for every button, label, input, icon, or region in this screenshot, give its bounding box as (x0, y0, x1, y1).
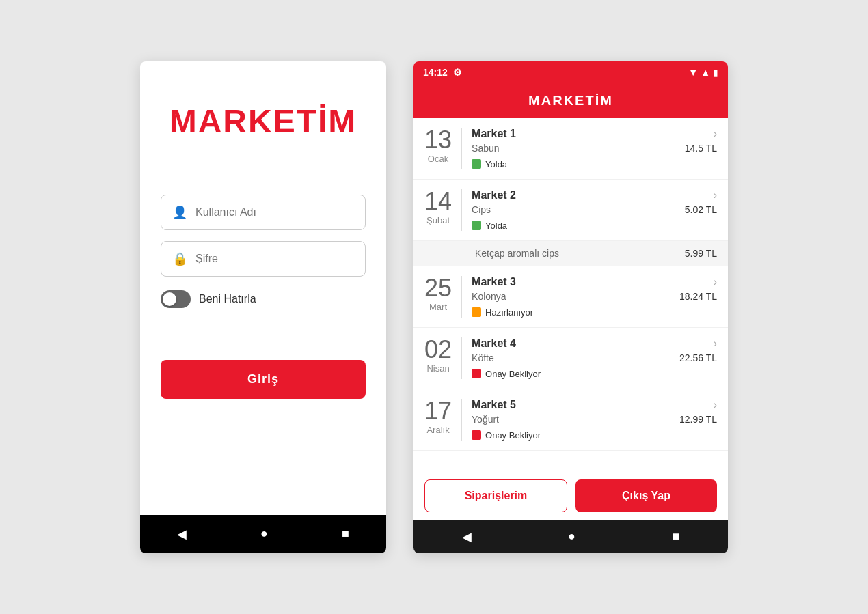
status-text-2: Yolda (485, 221, 507, 231)
user-icon: 👤 (172, 205, 187, 220)
date-month-5: Aralık (426, 425, 449, 435)
order-price-row-5: Yoğurt 12.99 TL (472, 414, 717, 425)
status-dot-5 (472, 430, 481, 440)
price-2: 5.02 TL (685, 204, 717, 215)
status-text-1: Yolda (485, 159, 507, 169)
home-icon[interactable]: ● (260, 527, 268, 541)
order-item-4[interactable]: 02 Nisan Market 4 › Köfte 22.56 TL Onay … (413, 328, 728, 389)
date-day-5: 17 (424, 399, 452, 423)
status-dot-2 (472, 221, 481, 230)
date-section-1: 13 Ocak (424, 128, 462, 169)
recent-icon[interactable]: ■ (342, 527, 349, 541)
password-input-wrapper[interactable]: 🔒 (161, 241, 366, 277)
order-item-2[interactable]: 14 Şubat Market 2 › Cips 5.02 TL Yolda (413, 180, 728, 241)
market-name-1: Market 1 (472, 128, 516, 140)
product-name-3: Kolonya (472, 291, 506, 302)
app-header-title: MARKETİM (528, 93, 613, 108)
price-4: 22.56 TL (679, 352, 717, 363)
order-item-5[interactable]: 17 Aralık Market 5 › Yoğurt 12.99 TL Ona… (413, 389, 728, 451)
order-details-2: Market 2 › Cips 5.02 TL Yolda (472, 189, 717, 231)
right-nav-bar: ◀ ● ■ (413, 520, 728, 553)
market-name-5: Market 5 (472, 399, 516, 411)
date-month-4: Nisan (426, 363, 449, 374)
status-dot-1 (472, 159, 481, 169)
sub-price-2: 5.99 TL (685, 248, 717, 259)
chevron-icon-2: › (714, 189, 717, 201)
order-price-row-4: Köfte 22.56 TL (472, 352, 717, 363)
status-text-4: Onay Bekliyor (485, 369, 541, 379)
login-button[interactable]: Giriş (161, 360, 366, 399)
date-section-5: 17 Aralık (424, 399, 462, 441)
sub-product-2: Ketçap aromalı cips (475, 248, 559, 259)
sub-order-item-2: Ketçap aromalı cips 5.99 TL (413, 241, 728, 266)
signal-icon: ▲ (701, 67, 710, 78)
order-top-row-2: Market 2 › (472, 189, 717, 201)
battery-icon: ▮ (713, 67, 718, 78)
order-top-row-1: Market 1 › (472, 128, 717, 140)
left-nav-bar: ◀ ● ■ (140, 515, 386, 553)
order-top-row-4: Market 4 › (472, 337, 717, 350)
price-1: 14.5 TL (685, 143, 717, 154)
bottom-bar: Siparişlerim Çıkış Yap (413, 471, 728, 520)
login-app-title: MARKETİM (169, 102, 357, 140)
remember-toggle[interactable] (161, 290, 191, 308)
market-name-2: Market 2 (472, 189, 516, 201)
orders-button[interactable]: Siparişlerim (424, 479, 567, 512)
order-price-row-1: Sabun 14.5 TL (472, 143, 717, 154)
status-bar: 14:12 ⚙ ▼ ▲ ▮ (413, 61, 728, 83)
remember-row: Beni Hatırla (161, 290, 366, 308)
wifi-icon: ▼ (688, 67, 698, 78)
order-top-row-5: Market 5 › (472, 399, 717, 411)
date-month-2: Şubat (426, 215, 450, 225)
logout-button[interactable]: Çıkış Yap (575, 479, 717, 512)
date-month-3: Mart (429, 302, 447, 312)
price-3: 18.24 TL (679, 291, 717, 302)
date-day-3: 25 (424, 276, 452, 301)
password-input[interactable] (195, 253, 354, 265)
login-form: 👤 🔒 Beni Hatırla Giriş (161, 195, 366, 399)
market-name-3: Market 3 (472, 276, 516, 288)
date-section-2: 14 Şubat (424, 189, 462, 231)
date-month-1: Ocak (428, 154, 448, 164)
date-day-1: 13 (424, 128, 452, 152)
chevron-icon-3: › (714, 276, 717, 288)
recent-icon-right[interactable]: ■ (672, 529, 679, 544)
sub-order-row-2: Ketçap aromalı cips 5.99 TL (475, 248, 717, 259)
status-badge-2: Yolda (472, 221, 717, 231)
status-time: 14:12 (423, 67, 448, 78)
status-left: 14:12 ⚙ (423, 67, 462, 78)
order-item-3[interactable]: 25 Mart Market 3 › Kolonya 18.24 TL Hazı… (413, 266, 728, 328)
chevron-icon-1: › (714, 128, 717, 140)
login-phone: MARKETİM 👤 🔒 Beni Hatırla Giriş ◀ ● ■ (140, 61, 386, 553)
remember-label: Beni Hatırla (199, 293, 256, 305)
status-dot-4 (472, 369, 481, 378)
order-details-1: Market 1 › Sabun 14.5 TL Yolda (472, 128, 717, 169)
back-icon[interactable]: ◀ (177, 527, 187, 542)
status-badge-5: Onay Bekliyor (472, 430, 717, 441)
status-text-5: Onay Bekliyor (485, 430, 541, 441)
order-details-4: Market 4 › Köfte 22.56 TL Onay Bekliyor (472, 337, 717, 379)
lock-icon: 🔒 (172, 251, 187, 266)
orders-list: 13 Ocak Market 1 › Sabun 14.5 TL Yolda (413, 118, 728, 471)
chevron-icon-5: › (714, 399, 717, 411)
home-icon-right[interactable]: ● (568, 529, 575, 544)
date-section-3: 25 Mart (424, 276, 462, 318)
market-name-4: Market 4 (472, 337, 516, 350)
orders-phone: 14:12 ⚙ ▼ ▲ ▮ MARKETİM 13 Ocak Market 1 … (413, 61, 728, 553)
order-top-row-3: Market 3 › (472, 276, 717, 288)
order-price-row-2: Cips 5.02 TL (472, 204, 717, 215)
date-day-4: 02 (424, 337, 452, 362)
settings-icon: ⚙ (453, 67, 462, 78)
back-icon-right[interactable]: ◀ (462, 529, 472, 544)
order-item-1[interactable]: 13 Ocak Market 1 › Sabun 14.5 TL Yolda (413, 118, 728, 180)
status-badge-3: Hazırlanıyor (472, 307, 717, 318)
order-details-5: Market 5 › Yoğurt 12.99 TL Onay Bekliyor (472, 399, 717, 441)
date-section-4: 02 Nisan (424, 337, 462, 379)
date-day-2: 14 (424, 189, 452, 214)
status-badge-1: Yolda (472, 159, 717, 169)
product-name-5: Yoğurt (472, 414, 499, 425)
status-badge-4: Onay Bekliyor (472, 369, 717, 379)
username-input[interactable] (195, 206, 354, 219)
username-input-wrapper[interactable]: 👤 (161, 195, 366, 230)
chevron-icon-4: › (714, 337, 717, 350)
